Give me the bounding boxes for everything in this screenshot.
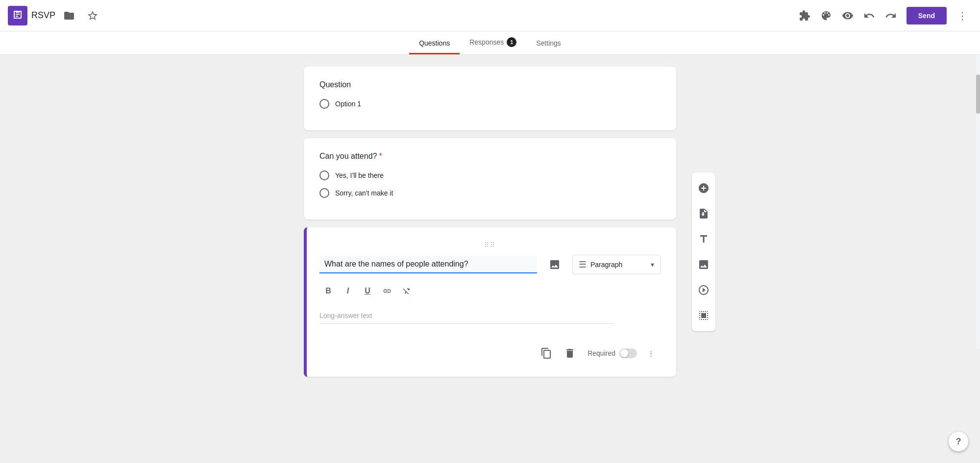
card-footer: Required ⋮: [319, 336, 661, 363]
long-answer-placeholder: Long-answer text: [319, 308, 613, 324]
folder-icon: [63, 10, 75, 22]
add-question-button[interactable]: [692, 176, 715, 200]
image-add-icon: [698, 259, 710, 270]
import-questions-button[interactable]: [692, 202, 715, 225]
palette-button[interactable]: [816, 6, 836, 25]
chevron-down-icon: ▾: [651, 261, 654, 268]
add-video-button[interactable]: [692, 278, 715, 302]
format-toolbar: B I U: [319, 280, 661, 302]
delete-icon: [564, 347, 576, 359]
doc-title: RSVP: [31, 10, 55, 21]
question-label-2: Can you attend?*: [319, 152, 661, 161]
app-icon: [8, 6, 27, 25]
bold-button[interactable]: B: [319, 282, 337, 300]
addon-button[interactable]: [795, 6, 814, 25]
folder-button[interactable]: [59, 6, 79, 25]
question-card-1: Question Option 1: [304, 67, 676, 130]
required-label: Required: [588, 349, 615, 357]
topbar-right: Send ⋮: [795, 6, 972, 25]
add-section-button[interactable]: [692, 304, 715, 327]
star-icon: [87, 10, 98, 22]
clear-format-icon: [402, 287, 411, 295]
add-circle-icon: [698, 182, 710, 194]
tabs-bar: Questions Responses 1 Settings: [0, 31, 980, 55]
add-image-button[interactable]: [692, 253, 715, 276]
video-icon: [698, 284, 710, 296]
question-card-3-active: ⠿⠿ ☰ Paragraph ▾ B I U: [304, 227, 676, 377]
tab-questions[interactable]: Questions: [409, 33, 460, 54]
question-card-2: Can you attend?* Yes, I'll be there Sorr…: [304, 138, 676, 219]
tab-settings[interactable]: Settings: [526, 33, 571, 54]
preview-button[interactable]: [838, 6, 858, 25]
paragraph-icon: ☰: [579, 259, 587, 270]
attend-no-label: Sorry, can't make it: [335, 189, 393, 197]
tab-responses-label: Responses: [469, 38, 504, 46]
form-area: Question Option 1 Can you attend?* Yes, …: [304, 67, 676, 377]
add-image-to-question-button[interactable]: [545, 255, 564, 274]
tab-settings-label: Settings: [536, 39, 561, 47]
answer-type-select[interactable]: ☰ Paragraph ▾: [572, 255, 661, 274]
undo-button[interactable]: [859, 6, 879, 25]
addon-icon: [799, 10, 810, 22]
option-1: Option 1: [319, 99, 661, 109]
more-options-footer-button[interactable]: ⋮: [641, 343, 661, 363]
radio-circle-1: [319, 99, 329, 109]
title-icon: [698, 233, 710, 245]
drag-handle: ⠿⠿: [319, 241, 661, 249]
section-icon: [698, 310, 710, 321]
side-toolbar: [692, 172, 715, 331]
required-toggle[interactable]: [619, 348, 637, 358]
option-1-label: Option 1: [335, 100, 361, 108]
palette-icon: [820, 10, 832, 22]
toggle-knob: [620, 349, 628, 357]
attend-option-yes: Yes, I'll be there: [319, 171, 661, 180]
send-button[interactable]: Send: [906, 7, 947, 24]
tab-questions-label: Questions: [419, 39, 450, 47]
question-label-1: Question: [319, 80, 661, 89]
link-icon: [383, 287, 392, 295]
long-answer-area: Long-answer text: [319, 308, 661, 324]
undo-icon: [863, 10, 875, 22]
star-button[interactable]: [83, 6, 102, 25]
preview-icon: [842, 10, 854, 22]
underline-button[interactable]: U: [359, 282, 376, 300]
italic-button[interactable]: I: [339, 282, 357, 300]
redo-icon: [885, 10, 897, 22]
delete-button[interactable]: [560, 343, 580, 363]
question-input-row: ☰ Paragraph ▾: [319, 255, 661, 274]
topbar-left: RSVP: [8, 6, 795, 25]
question-text-input[interactable]: [319, 256, 537, 273]
scrollbar-track: [976, 55, 980, 349]
answer-type-label: Paragraph: [590, 261, 622, 268]
radio-no-circle: [319, 188, 329, 198]
tab-responses[interactable]: Responses 1: [460, 31, 526, 54]
radio-yes-circle: [319, 171, 329, 180]
scrollbar-thumb[interactable]: [976, 74, 980, 114]
link-button[interactable]: [378, 282, 396, 300]
copy-icon: [540, 347, 552, 359]
responses-badge: 1: [507, 37, 516, 47]
attend-option-no: Sorry, can't make it: [319, 188, 661, 198]
help-button[interactable]: ?: [949, 432, 968, 451]
add-title-button[interactable]: [692, 227, 715, 251]
topbar: RSVP: [0, 0, 980, 31]
main-content: Question Option 1 Can you attend?* Yes, …: [0, 55, 980, 389]
import-icon: [698, 208, 710, 219]
attend-yes-label: Yes, I'll be there: [335, 171, 384, 179]
more-options-button[interactable]: ⋮: [953, 6, 972, 25]
redo-button[interactable]: [881, 6, 901, 25]
image-icon: [549, 259, 561, 270]
clear-format-button[interactable]: [398, 282, 416, 300]
duplicate-button[interactable]: [537, 343, 556, 363]
forms-icon: [12, 10, 24, 22]
